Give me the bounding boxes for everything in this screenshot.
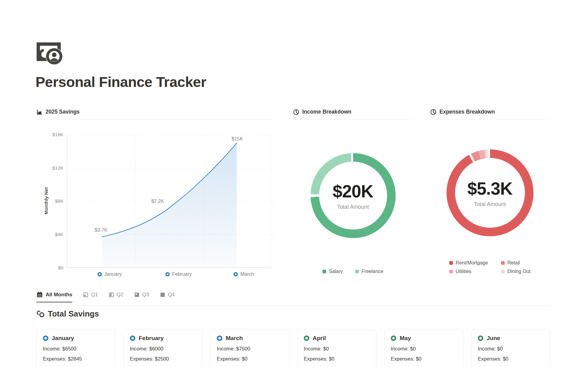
card-net: Net: $3655: [43, 366, 109, 367]
total-savings-title: Total Savings: [48, 309, 99, 319]
rent-swatch: [449, 261, 453, 265]
legend-item-freelance: Freelance: [355, 269, 383, 274]
tab-label: Q3: [142, 292, 149, 298]
legend-item-retail: Retail: [501, 260, 531, 266]
savings-plot-area: $3.7K $7.2K $15K: [67, 135, 272, 268]
y-tick: $4K: [38, 232, 63, 237]
quarter-2-icon: [109, 292, 114, 297]
month-cards-row: January Income: $6500 Expenses: $2845 Ne…: [36, 329, 550, 367]
salary-swatch: [322, 270, 326, 273]
savings-chart: Monthly Net $16K $12K $8K $4K $0: [36, 120, 276, 291]
legend-label: Utilities: [456, 269, 472, 274]
card-income: Income: $7500: [217, 346, 283, 352]
x-axis-labels: January February March: [67, 272, 272, 279]
card-net: Net: $0: [304, 366, 370, 367]
point-label-march: $15K: [232, 136, 243, 142]
income-breakdown-section: Income Breakdown $20K Total Amount Salar…: [293, 109, 413, 291]
quarter-3-icon: [134, 292, 139, 297]
month-card-june[interactable]: June Income: $0 Expenses: $0 Net: $0: [471, 329, 550, 367]
income-total: $20K: [333, 181, 373, 201]
area-chart-icon: [36, 109, 43, 115]
card-expenses: Expenses: $0: [304, 356, 370, 362]
freelance-swatch: [355, 270, 359, 273]
y-tick: $0: [38, 265, 63, 271]
tabs-divider: [36, 305, 550, 306]
card-month-name: March: [226, 335, 243, 342]
tab-q4[interactable]: Q4: [160, 292, 175, 302]
tab-label: All Months: [46, 292, 72, 298]
savings-chart-title: 2025 Savings: [46, 109, 80, 115]
month-card-march[interactable]: March Income: $7500 Expenses: $0 Net: $7…: [210, 329, 289, 367]
income-breakdown-title: Income Breakdown: [302, 109, 351, 115]
y-tick: $12K: [38, 165, 63, 171]
month-ring-icon: [391, 335, 396, 341]
point-label-february: $7.2K: [151, 199, 164, 204]
month-ring-icon: [43, 335, 48, 341]
retail-swatch: [501, 261, 505, 265]
month-marker-icon: [98, 272, 102, 276]
card-month-name: April: [313, 335, 326, 342]
quarter-1-icon: [83, 292, 88, 297]
card-expenses: Expenses: $0: [391, 356, 457, 362]
month-card-january[interactable]: January Income: $6500 Expenses: $2845 Ne…: [36, 329, 115, 367]
income-total-caption: Total Amount: [337, 204, 369, 210]
pie-chart-icon: [430, 109, 436, 115]
card-month-name: February: [139, 335, 164, 342]
tab-all-months[interactable]: All Months: [36, 291, 72, 302]
expenses-breakdown-section: Expenses Breakdown $5.3K Total Amount Re…: [430, 109, 549, 291]
savings-chart-header: 2025 Savings: [36, 109, 276, 120]
tab-label: Q2: [117, 292, 124, 298]
card-net: Net: $3500: [130, 366, 196, 367]
expenses-donut-center: $5.3K Total Amount: [447, 149, 533, 236]
tab-q1[interactable]: Q1: [83, 292, 98, 302]
card-month-name: May: [400, 335, 411, 342]
expenses-breakdown-header: Expenses Breakdown: [430, 109, 549, 120]
y-tick: $16K: [38, 132, 63, 137]
legend-label: Freelance: [362, 269, 383, 274]
expenses-total: $5.3K: [467, 178, 512, 199]
tab-label: Q4: [168, 292, 175, 298]
expenses-legend: Rent/Mortgage Retail Utilities Dining Ou…: [430, 260, 549, 274]
y-tick: $8K: [38, 198, 63, 204]
legend-item-salary: Salary: [322, 269, 343, 274]
month-card-april[interactable]: April Income: $0 Expenses: $0 Net: $0: [297, 329, 376, 367]
legend-label: Dining Out: [507, 269, 531, 274]
month-marker-icon: [165, 272, 170, 276]
month-ring-icon: [304, 335, 309, 341]
quarter-4-icon: [160, 292, 165, 297]
personal-finance-tracker-page: { "page": { "title": "Personal Finance T…: [0, 0, 588, 367]
month-card-may[interactable]: May Income: $0 Expenses: $0 Net: $0: [384, 329, 463, 367]
card-expenses: Expenses: $0: [217, 356, 283, 362]
calendar-icon: [36, 291, 43, 298]
legend-item-utilities: Utilities: [449, 269, 488, 274]
utilities-swatch: [449, 270, 453, 273]
card-income: Income: $0: [478, 346, 544, 352]
expenses-donut-chart: $5.3K Total Amount: [447, 149, 533, 236]
x-tick-march: March: [240, 272, 254, 277]
card-income: Income: $0: [391, 346, 457, 352]
month-ring-icon: [217, 335, 222, 341]
savings-chart-section: 2025 Savings Monthly Net $16K $12K $8K $…: [36, 109, 276, 291]
coins-icon: [36, 310, 45, 318]
card-income: Income: $6500: [43, 346, 109, 352]
card-expenses: Expenses: $2845: [43, 356, 109, 362]
x-tick-january: January: [104, 272, 122, 277]
tab-q2[interactable]: Q2: [109, 292, 124, 302]
card-expenses: Expenses: $2500: [130, 356, 196, 362]
month-card-february[interactable]: February Income: $6000 Expenses: $2500 N…: [123, 329, 202, 367]
pie-chart-icon: [293, 109, 299, 115]
x-tick-february: February: [172, 272, 192, 277]
charts-row: 2025 Savings Monthly Net $16K $12K $8K $…: [36, 109, 549, 291]
card-income: Income: $0: [304, 346, 370, 352]
card-net: Net: $0: [478, 366, 544, 367]
income-breakdown-header: Income Breakdown: [293, 109, 413, 120]
tab-q3[interactable]: Q3: [134, 292, 149, 302]
legend-label: Rent/Mortgage: [456, 260, 488, 266]
expenses-total-caption: Total Amount: [474, 201, 506, 208]
point-label-january: $3.7K: [95, 227, 107, 233]
month-marker-icon: [234, 272, 238, 276]
expenses-breakdown-title: Expenses Breakdown: [439, 109, 495, 115]
legend-label: Retail: [507, 260, 520, 266]
total-savings-heading: Total Savings: [36, 309, 99, 319]
card-income: Income: $6000: [130, 346, 196, 352]
